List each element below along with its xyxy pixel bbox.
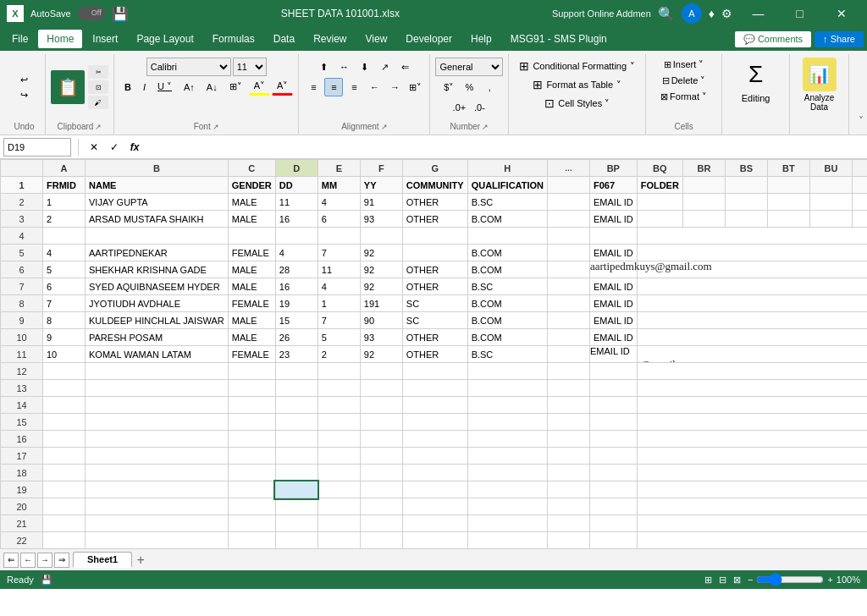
cell-1-G[interactable]: COMMUNITY	[402, 177, 467, 194]
cell-9-F[interactable]: 90	[360, 312, 402, 329]
row-header-16[interactable]: 16	[1, 431, 43, 448]
row-header-10[interactable]: 10	[1, 329, 43, 346]
row-header-11[interactable]: 11	[1, 346, 43, 363]
sheet-nav-last[interactable]: ⇒	[54, 553, 69, 568]
row-header-2[interactable]: 2	[1, 194, 43, 211]
cell-10-BP[interactable]: EMAIL ID	[589, 329, 637, 346]
dec-dec-button[interactable]: .0-	[470, 98, 489, 117]
cell-4-G[interactable]	[402, 228, 467, 245]
cell-4-A[interactable]	[43, 228, 86, 245]
row-header-17[interactable]: 17	[1, 448, 43, 465]
cell-6-A[interactable]: 5	[43, 261, 86, 278]
cell-2-E[interactable]: 4	[318, 194, 360, 211]
row-header-5[interactable]: 5	[1, 245, 43, 261]
col-header-BR[interactable]: BR	[682, 160, 725, 177]
row-header-13[interactable]: 13	[1, 380, 43, 397]
cell-11-H[interactable]: B.SC	[467, 346, 547, 363]
cell-6-F[interactable]: 92	[360, 261, 402, 278]
ribbon-expand-icon[interactable]: ˅	[859, 115, 864, 127]
center-align-button[interactable]: ≡	[324, 78, 343, 96]
row-header-12[interactable]: 12	[1, 363, 43, 380]
row-header-6[interactable]: 6	[1, 261, 43, 278]
bottom-align-button[interactable]: ⬇	[355, 58, 373, 76]
menu-home[interactable]: Home	[38, 30, 82, 48]
cell-4-E[interactable]	[318, 228, 360, 245]
cell-6-E[interactable]: 11	[318, 261, 360, 278]
conditional-formatting-button[interactable]: ⊞ Conditional Formatting ˅	[514, 58, 640, 74]
cell-1-BP[interactable]: F067	[589, 177, 637, 194]
cell-3-H[interactable]: B.COM	[467, 211, 547, 228]
sheet-nav-next[interactable]: →	[37, 553, 52, 568]
top-align-button[interactable]: ⬆	[314, 58, 333, 76]
cell-9-C[interactable]: MALE	[228, 312, 275, 329]
cell-11-A[interactable]: 10	[43, 346, 86, 363]
cell-5-E[interactable]: 7	[318, 245, 360, 261]
cell-3-C[interactable]: MALE	[228, 211, 275, 228]
decrease-font-button[interactable]: A↓	[202, 80, 223, 95]
cell-11-D[interactable]: 23	[275, 346, 318, 363]
menu-review[interactable]: Review	[305, 30, 355, 48]
menu-formulas[interactable]: Formulas	[204, 30, 263, 48]
row-header-7[interactable]: 7	[1, 278, 43, 295]
autosave-toggle[interactable]	[78, 7, 105, 20]
format-button[interactable]: ⊠ Format ˅	[655, 90, 712, 104]
percent-button[interactable]: %	[460, 78, 478, 96]
cell-3-A[interactable]: 2	[43, 211, 86, 228]
cell-10-H[interactable]: B.COM	[467, 329, 547, 346]
cell-8-C[interactable]: FEMALE	[228, 295, 275, 312]
col-header-BQ[interactable]: BQ	[637, 160, 682, 177]
redo-button[interactable]: ↪	[17, 88, 31, 102]
cell-3-D[interactable]: 16	[275, 211, 318, 228]
col-header-BP[interactable]: BP	[589, 160, 637, 177]
formula-confirm-button[interactable]: ✓	[106, 139, 123, 156]
cell-9-B[interactable]: KULDEEP HINCHLAL JAISWAR	[86, 312, 229, 329]
comma-button[interactable]: ,	[480, 78, 499, 96]
cell-6-B[interactable]: SHEKHAR KRISHNA GADE	[86, 261, 229, 278]
cell-11-G[interactable]: OTHER	[402, 346, 467, 363]
formula-function-button[interactable]: fx	[126, 139, 143, 156]
wrap-text-button[interactable]: ⇐	[395, 58, 414, 76]
sheet-tab-sheet1[interactable]: Sheet1	[73, 552, 132, 568]
cell-11-C[interactable]: FEMALE	[228, 346, 275, 363]
sheet-nav-prev[interactable]: ←	[20, 553, 36, 568]
col-header-D[interactable]: D	[275, 160, 318, 177]
row-header-3[interactable]: 3	[1, 211, 43, 228]
cell-9-BP[interactable]: EMAIL ID	[589, 312, 637, 329]
italic-button[interactable]: I	[138, 80, 151, 95]
row-header-20[interactable]: 20	[1, 498, 43, 515]
cell-5-G[interactable]	[402, 245, 467, 261]
cell-2-G[interactable]: OTHER	[402, 194, 467, 211]
format-as-table-button[interactable]: ⊞ Format as Table ˅	[527, 76, 627, 93]
menu-insert[interactable]: Insert	[84, 30, 126, 48]
cell-4-H[interactable]	[467, 228, 547, 245]
diamond-icon[interactable]: ♦	[709, 7, 715, 20]
cell-1-E[interactable]: MM	[318, 177, 360, 194]
cell-9-G[interactable]: SC	[402, 312, 467, 329]
cell-3-BP[interactable]: EMAIL ID	[589, 211, 637, 228]
cell-11-B[interactable]: KOMAL WAMAN LATAM	[86, 346, 229, 363]
cell-7-B[interactable]: SYED AQUIBNASEEM HYDER	[86, 278, 229, 295]
cell-4-F[interactable]	[360, 228, 402, 245]
col-header-G[interactable]: G	[402, 160, 467, 177]
cell-5-A[interactable]: 4	[43, 245, 86, 261]
cell-3-E[interactable]: 6	[318, 211, 360, 228]
indent-dec-button[interactable]: ←	[365, 78, 384, 96]
view-normal-button[interactable]: ⊞	[704, 575, 712, 586]
cell-7-G[interactable]: OTHER	[402, 278, 467, 295]
row-header-19[interactable]: 19	[1, 481, 43, 498]
cell-4-C[interactable]	[228, 228, 275, 245]
cell-10-D[interactable]: 26	[275, 329, 318, 346]
cell-8-BP[interactable]: EMAIL ID	[589, 295, 637, 312]
cell-9-H[interactable]: B.COM	[467, 312, 547, 329]
col-header-H[interactable]: H	[467, 160, 547, 177]
dec-inc-button[interactable]: .0+	[450, 98, 468, 117]
cell-19-D[interactable]	[275, 481, 318, 498]
cell-9-E[interactable]: 7	[318, 312, 360, 329]
cell-11-E[interactable]: 2	[318, 346, 360, 363]
row-header-14[interactable]: 14	[1, 397, 43, 414]
save-icon[interactable]: 💾	[112, 6, 129, 22]
cell-7-F[interactable]: 92	[360, 278, 402, 295]
cell-9-D[interactable]: 15	[275, 312, 318, 329]
cell-10-B[interactable]: PARESH POSAM	[86, 329, 229, 346]
cell-5-C[interactable]: FEMALE	[228, 245, 275, 261]
